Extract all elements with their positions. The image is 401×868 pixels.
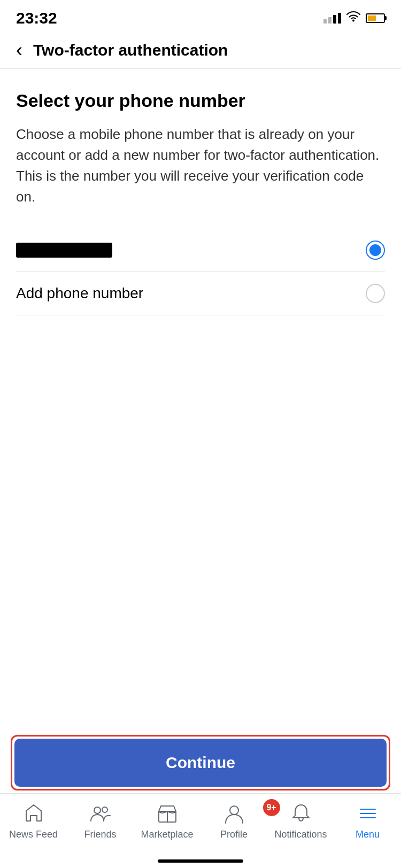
notifications-badge: 9+ <box>262 798 281 817</box>
nav-label-friends: Friends <box>84 829 116 840</box>
continue-button-wrapper: Continue <box>11 735 390 790</box>
section-title: Select your phone number <box>16 90 385 111</box>
menu-icon <box>356 801 380 826</box>
battery-icon <box>366 13 385 23</box>
page-title: Two-factor authentication <box>33 41 228 59</box>
status-icons <box>323 11 385 25</box>
svg-point-0 <box>94 807 101 813</box>
continue-button[interactable]: Continue <box>14 739 387 787</box>
nav-label-news-feed: News Feed <box>9 829 58 840</box>
svg-point-1 <box>102 807 107 812</box>
nav-item-marketplace[interactable]: Marketplace <box>134 801 200 840</box>
nav-item-news-feed[interactable]: News Feed <box>0 801 67 840</box>
notifications-icon: 9+ <box>289 801 313 826</box>
header: ‹ Two-factor authentication <box>0 32 401 69</box>
content-area: Select your phone number Choose a mobile… <box>0 69 401 331</box>
home-indicator <box>158 859 243 863</box>
wifi-icon <box>346 11 360 25</box>
section-description: Choose a mobile phone number that is alr… <box>16 124 385 207</box>
news-feed-icon <box>21 801 46 826</box>
phone-option-add[interactable]: Add phone number <box>16 272 385 315</box>
status-time: 23:32 <box>16 9 57 27</box>
profile-icon <box>222 801 246 826</box>
nav-item-menu[interactable]: Menu <box>334 801 401 840</box>
nav-item-friends[interactable]: Friends <box>67 801 134 840</box>
nav-label-marketplace: Marketplace <box>141 829 193 840</box>
svg-point-4 <box>230 806 238 815</box>
friends-icon <box>88 801 113 826</box>
phone-option-existing[interactable] <box>16 229 385 272</box>
back-button[interactable]: ‹ <box>16 41 22 60</box>
nav-label-profile: Profile <box>220 829 248 840</box>
add-phone-label: Add phone number <box>16 285 143 302</box>
nav-label-menu: Menu <box>356 829 380 840</box>
radio-add-phone[interactable] <box>366 284 385 303</box>
marketplace-icon <box>155 801 180 826</box>
nav-item-notifications[interactable]: 9+ Notifications <box>267 801 334 840</box>
nav-item-profile[interactable]: Profile <box>200 801 267 840</box>
status-bar: 23:32 <box>0 0 401 32</box>
bottom-nav: News Feed Friends Marketplace <box>0 793 401 868</box>
nav-label-notifications: Notifications <box>274 829 327 840</box>
signal-icon <box>323 13 341 24</box>
redacted-phone-number <box>16 243 112 258</box>
radio-existing-selected[interactable] <box>366 241 385 260</box>
